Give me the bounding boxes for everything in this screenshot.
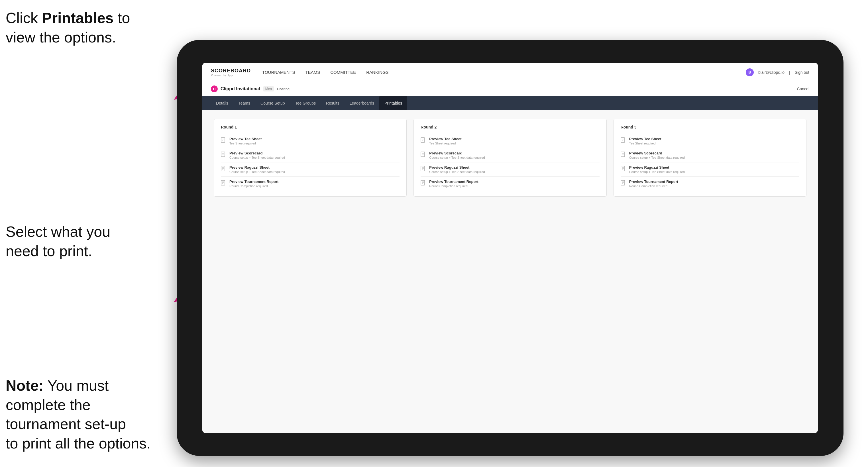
r2-doc-icon-3 [421,166,426,173]
r3-tee-sub: Tee Sheet required [629,142,661,145]
round3-tee-sheet[interactable]: Preview Tee Sheet Tee Sheet required [621,134,799,148]
r2-score-sub: Course setup + Tee Sheet data required [429,156,485,159]
nav-right: B blair@clippd.io | Sign out [746,68,809,76]
tab-details[interactable]: Details [211,96,234,110]
document-icon-4 [221,180,226,187]
round3-scorecard[interactable]: Preview Scorecard Course setup + Tee She… [621,148,799,162]
nav-committee[interactable]: COMMITTEE [330,69,356,76]
round-2-section: Round 2 Preview Tee Sheet [413,119,607,196]
r3-score-title: Preview Scorecard [629,151,685,155]
r3-report-sub: Round Completion required [629,184,678,188]
round2-scorecard[interactable]: Preview Scorecard Course setup + Tee She… [421,148,599,162]
tournament-status: Hosting [277,87,289,91]
r3-raguzzi-title: Preview Raguzzi Sheet [629,165,685,169]
logo-scoreboard: SCOREBOARD [211,68,251,74]
document-icon-2 [221,152,226,158]
round-1-section: Round 1 Preview Tee Sheet [214,119,407,196]
r1-tee-sub: Tee Sheet required [229,142,261,145]
round2-raguzzi[interactable]: Preview Raguzzi Sheet Course setup + Tee… [421,162,599,177]
tablet-screen: SCOREBOARD Powered by clippd TOURNAMENTS… [202,63,818,433]
r2-raguzzi-title: Preview Raguzzi Sheet [429,165,485,169]
r2-tee-sub: Tee Sheet required [429,142,461,145]
tab-printables[interactable]: Printables [379,96,407,110]
round2-tee-sheet[interactable]: Preview Tee Sheet Tee Sheet required [421,134,599,148]
round-1-title: Round 1 [221,125,400,129]
r2-report-title: Preview Tournament Report [429,180,478,184]
main-content: Round 1 Preview Tee Sheet [202,110,818,433]
separator: | [789,70,790,75]
r3-doc-icon-4 [621,180,626,187]
nav-teams[interactable]: TEAMS [306,69,320,76]
tab-course-setup[interactable]: Course Setup [255,96,290,110]
sub-nav: Details Teams Course Setup Tee Groups Re… [202,96,818,110]
tournament-title: C Clippd Invitational Men Hosting [211,86,289,92]
tournament-badge: Men [263,86,274,91]
round-3-section: Round 3 Preview Tee Sheet [614,119,806,196]
user-avatar: B [746,68,754,76]
note-bold: Note: [6,377,43,394]
rounds-grid: Round 1 Preview Tee Sheet [214,119,806,196]
sign-out-link[interactable]: Sign out [795,70,809,75]
tablet-frame: SCOREBOARD Powered by clippd TOURNAMENTS… [177,40,843,456]
tab-leaderboards[interactable]: Leaderboards [344,96,379,110]
top-nav: SCOREBOARD Powered by clippd TOURNAMENTS… [202,63,818,82]
cancel-button[interactable]: Cancel [797,87,809,91]
instruction-bottom: Note: You mustcomplete thetournament set… [6,376,157,453]
round3-raguzzi[interactable]: Preview Raguzzi Sheet Course setup + Tee… [621,162,799,177]
r3-score-sub: Course setup + Tee Sheet data required [629,156,685,159]
r1-report-title: Preview Tournament Report [229,180,278,184]
nav-links: TOURNAMENTS TEAMS COMMITTEE RANKINGS [262,69,746,76]
instruction-top: Click Printables toview the options. [6,8,143,47]
r2-report-sub: Round Completion required [429,184,478,188]
r3-doc-icon-1 [621,137,626,144]
round1-tournament-report[interactable]: Preview Tournament Report Round Completi… [221,177,400,191]
round1-raguzzi[interactable]: Preview Raguzzi Sheet Course setup + Tee… [221,162,400,177]
user-email: blair@clippd.io [758,70,784,75]
round-2-title: Round 2 [421,125,599,129]
instruction-middle: Select what youneed to print. [6,222,148,261]
r2-doc-icon-4 [421,180,426,187]
r3-doc-icon-3 [621,166,626,173]
tab-teams[interactable]: Teams [234,96,255,110]
logo-area: SCOREBOARD Powered by clippd [211,68,251,77]
r3-report-title: Preview Tournament Report [629,180,678,184]
r2-raguzzi-sub: Course setup + Tee Sheet data required [429,170,485,174]
round2-tournament-report[interactable]: Preview Tournament Report Round Completi… [421,177,599,191]
nav-tournaments[interactable]: TOURNAMENTS [262,69,295,76]
logo-powered: Powered by clippd [211,74,251,77]
r1-raguzzi-title: Preview Raguzzi Sheet [229,165,285,169]
r1-score-title: Preview Scorecard [229,151,285,155]
tournament-name: Clippd Invitational [221,86,260,91]
r2-doc-icon-2 [421,152,426,158]
round-3-title: Round 3 [621,125,799,129]
r1-tee-title: Preview Tee Sheet [229,137,261,141]
document-icon [221,137,226,144]
r3-raguzzi-sub: Course setup + Tee Sheet data required [629,170,685,174]
tab-results[interactable]: Results [321,96,344,110]
r2-tee-title: Preview Tee Sheet [429,137,461,141]
nav-rankings[interactable]: RANKINGS [366,69,389,76]
r1-raguzzi-sub: Course setup + Tee Sheet data required [229,170,285,174]
r3-tee-title: Preview Tee Sheet [629,137,661,141]
tab-tee-groups[interactable]: Tee Groups [290,96,321,110]
printables-bold: Printables [42,10,114,26]
r1-report-sub: Round Completion required [229,184,278,188]
document-icon-3 [221,166,226,173]
round1-scorecard[interactable]: Preview Scorecard Course setup + Tee She… [221,148,400,162]
tournament-header: C Clippd Invitational Men Hosting Cancel [202,82,818,96]
tournament-logo: C [211,86,218,92]
r2-score-title: Preview Scorecard [429,151,485,155]
r2-doc-icon-1 [421,137,426,144]
r3-doc-icon-2 [621,152,626,158]
round3-tournament-report[interactable]: Preview Tournament Report Round Completi… [621,177,799,191]
round1-tee-sheet[interactable]: Preview Tee Sheet Tee Sheet required [221,134,400,148]
r1-score-sub: Course setup + Tee Sheet data required [229,156,285,159]
